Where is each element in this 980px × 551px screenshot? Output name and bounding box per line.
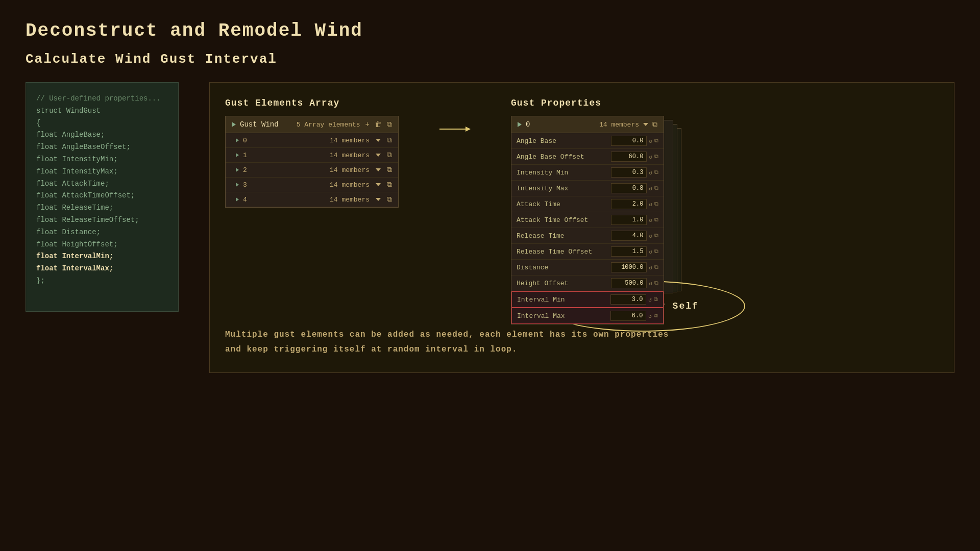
prop-icon2-interval-max[interactable]: ⧉ (654, 313, 658, 319)
prop-row-height-offset: Height Offset 500.0 ↺ ⧉ (511, 276, 664, 291)
props-stack: 0 14 members ⧉ Angle Base (511, 116, 669, 324)
gust-properties-title: Gust Properties (511, 98, 939, 108)
prop-icon2-intensity-max[interactable]: ⧉ (654, 185, 658, 191)
array-triangle-icon (232, 122, 236, 127)
code-line-2: float AngleBaseOffset; (36, 141, 168, 154)
prop-value-angle-base-offset[interactable]: 60.0 (611, 152, 647, 162)
row-copy-2[interactable]: ⧉ (387, 166, 392, 174)
prop-value-distance[interactable]: 1000.0 (611, 262, 647, 272)
prop-label-height-offset: Height Offset (517, 280, 611, 287)
row-members-4: 14 members (330, 196, 370, 204)
row-copy-0[interactable]: ⧉ (387, 136, 392, 144)
prop-value-release-time[interactable]: 4.0 (611, 231, 647, 241)
prop-icon2-distance[interactable]: ⧉ (654, 264, 658, 270)
prop-row-interval-min: Interval Min 3.0 ↺ ⧉ (511, 291, 664, 308)
arrow-container (439, 98, 470, 130)
array-add-btn[interactable]: + (365, 120, 370, 129)
row-copy-4[interactable]: ⧉ (387, 195, 392, 204)
prop-label-angle-base-offset: Angle Base Offset (517, 153, 611, 161)
prop-value-angle-base[interactable]: 0.0 (611, 136, 647, 146)
prop-icon-interval-max[interactable]: ↺ (648, 313, 652, 319)
prop-icon-distance[interactable]: ↺ (649, 264, 652, 271)
prop-value-height-offset[interactable]: 500.0 (611, 278, 647, 288)
row-index-3: 3 (243, 181, 247, 189)
prop-icon2-attack-time-offset[interactable]: ⧉ (654, 217, 658, 223)
prop-value-interval-max[interactable]: 6.0 (610, 311, 646, 321)
prop-row-attack-time-offset: Attack Time Offset 1.0 ↺ ⧉ (511, 212, 664, 228)
gust-elements-title: Gust Elements Array (225, 98, 399, 108)
prop-value-attack-time[interactable]: 2.0 (611, 199, 647, 209)
row-members-1: 14 members (330, 152, 370, 159)
prop-value-release-time-offset[interactable]: 1.5 (611, 246, 647, 257)
code-line-11: float IntervalMin; (36, 251, 168, 263)
row-copy-3[interactable]: ⧉ (387, 181, 392, 189)
sub-title: Calculate Wind Gust Interval (26, 52, 954, 67)
prop-row-attack-time: Attack Time 2.0 ↺ ⧉ (511, 196, 664, 212)
prop-icon-attack-time[interactable]: ↺ (649, 201, 652, 208)
prop-icon-angle-base[interactable]: ↺ (649, 138, 652, 144)
array-row[interactable]: 2 14 members ⧉ (226, 163, 398, 178)
code-line-8: float ReleaseTimeOffset; (36, 214, 168, 227)
prop-icon2-release-time[interactable]: ⧉ (654, 233, 658, 239)
row-chevron-1 (376, 154, 381, 157)
prop-icon2-attack-time[interactable]: ⧉ (654, 201, 658, 207)
prop-icon-intensity-max[interactable]: ↺ (649, 185, 652, 192)
prop-icon-release-time-offset[interactable]: ↺ (649, 248, 652, 255)
prop-value-intensity-min[interactable]: 0.3 (611, 167, 647, 178)
prop-label-release-time: Release Time (517, 232, 611, 240)
bottom-text: Multiple gust elements can be added as n… (225, 328, 939, 357)
code-line-open: { (36, 117, 168, 130)
prop-icon2-angle-base-offset[interactable]: ⧉ (654, 154, 658, 160)
prop-label-interval-min: Interval Min (517, 296, 610, 304)
code-line-close: }; (36, 275, 168, 287)
row-members-3: 14 members (330, 181, 370, 189)
array-row[interactable]: 3 14 members ⧉ (226, 178, 398, 192)
props-triangle-icon (518, 122, 522, 127)
arrow-line (439, 129, 470, 130)
code-line-6: float AttackTimeOffset; (36, 190, 168, 202)
props-card-main: 0 14 members ⧉ Angle Base (511, 116, 664, 324)
bottom-line2: and keep triggering itself at random int… (225, 342, 939, 357)
code-line-comment: // User-defined properties... (36, 93, 168, 105)
content-area: // User-defined properties... struct Win… (26, 82, 954, 373)
prop-icon-attack-time-offset[interactable]: ↺ (649, 217, 652, 223)
prop-label-intensity-max: Intensity Max (517, 185, 611, 192)
props-copy-btn[interactable]: ⧉ (652, 120, 657, 129)
prop-icon2-intensity-min[interactable]: ⧉ (654, 169, 658, 176)
array-row[interactable]: 1 14 members ⧉ (226, 148, 398, 163)
prop-value-intensity-max[interactable]: 0.8 (611, 183, 647, 193)
props-members: 14 members (599, 121, 639, 129)
prop-row-intensity-min: Intensity Min 0.3 ↺ ⧉ (511, 165, 664, 181)
array-row[interactable]: 0 14 members ⧉ (226, 133, 398, 148)
row-members-0: 14 members (330, 137, 370, 144)
prop-label-angle-base: Angle Base (517, 137, 611, 145)
prop-row-release-time-offset: Release Time Offset 1.5 ↺ ⧉ (511, 244, 664, 260)
prop-icon-release-time[interactable]: ↺ (649, 233, 652, 239)
array-copy-btn[interactable]: ⧉ (387, 120, 392, 129)
row-copy-1[interactable]: ⧉ (387, 151, 392, 159)
code-line-1: float AngleBase; (36, 129, 168, 141)
row-members-2: 14 members (330, 166, 370, 174)
prop-icon2-release-time-offset[interactable]: ⧉ (654, 248, 658, 255)
code-line-5: float AttackTime; (36, 178, 168, 190)
prop-value-interval-min[interactable]: 3.0 (610, 294, 646, 305)
prop-label-release-time-offset: Release Time Offset (517, 248, 611, 256)
array-header-left: Gust Wind (232, 120, 279, 129)
prop-icon-angle-base-offset[interactable]: ↺ (649, 154, 652, 160)
props-header: 0 14 members ⧉ (511, 116, 664, 133)
prop-icon2-angle-base[interactable]: ⧉ (654, 138, 658, 144)
prop-value-attack-time-offset[interactable]: 1.0 (611, 215, 647, 225)
array-header-right: 5 Array elements + 🗑 ⧉ (297, 120, 392, 129)
prop-icon-height-offset[interactable]: ↺ (649, 280, 652, 287)
prop-icon-interval-min[interactable]: ↺ (648, 296, 652, 303)
prop-row-interval-max: Interval Max 6.0 ↺ ⧉ (511, 308, 664, 324)
code-line-3: float IntensityMin; (36, 154, 168, 166)
row-triangle-icon-1 (236, 153, 239, 157)
array-row[interactable]: 4 14 members ⧉ (226, 192, 398, 207)
prop-icon2-height-offset[interactable]: ⧉ (654, 280, 658, 286)
diagram-area: Gust Elements Array Gust Wind 5 Array el… (209, 82, 954, 373)
prop-icon-intensity-min[interactable]: ↺ (649, 169, 652, 176)
prop-icon2-interval-min[interactable]: ⧉ (654, 296, 658, 303)
array-trash-btn[interactable]: 🗑 (375, 120, 382, 129)
props-chevron (643, 123, 648, 126)
